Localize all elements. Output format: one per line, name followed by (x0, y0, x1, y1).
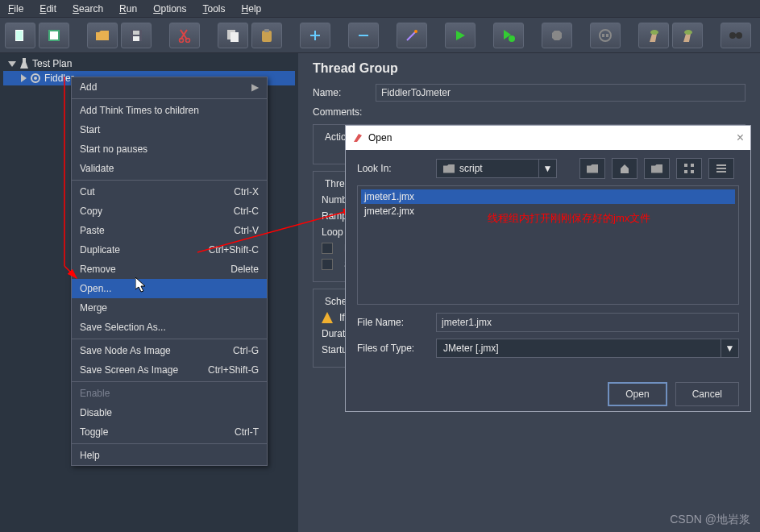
svg-point-22 (684, 30, 692, 35)
stop-button[interactable] (542, 23, 572, 48)
menu-item[interactable]: Help (72, 446, 267, 465)
svg-rect-3 (50, 31, 58, 39)
copy-button[interactable] (218, 23, 248, 48)
svg-rect-34 (716, 171, 726, 172)
menu-item[interactable]: Start no pauses (72, 139, 267, 159)
watermark: CSDN @地岩浆 (670, 513, 750, 527)
filename-label: File Name: (357, 317, 430, 328)
lookin-label: Look In: (357, 163, 430, 174)
svg-point-18 (600, 30, 611, 41)
new-button[interactable] (5, 23, 35, 48)
start-button[interactable] (445, 23, 476, 48)
tree-root[interactable]: Test Plan (3, 56, 295, 71)
file-list[interactable]: jmeter1.jmx jmeter2.jmx (357, 185, 739, 305)
svg-rect-1 (16, 31, 23, 40)
menu-item[interactable]: Save Screen As ImageCtrl+Shift-G (72, 360, 267, 380)
collapse-button[interactable] (348, 23, 379, 48)
folder-icon (443, 164, 455, 173)
menu-item[interactable]: CutCtrl-X (72, 182, 267, 202)
menubar: File Edit Search Run Options Tools Help (0, 0, 760, 18)
filetype-select[interactable]: JMeter [.jmx] ▼ (436, 339, 739, 358)
folder-icon (651, 164, 662, 173)
svg-point-27 (34, 77, 37, 80)
menu-item[interactable]: Open... (72, 279, 267, 298)
lookin-select[interactable]: script ▼ (436, 159, 557, 178)
tree-root-label: Test Plan (32, 58, 72, 69)
dialog-title: Open (368, 132, 392, 143)
menu-item[interactable]: Disable (72, 403, 267, 422)
svg-point-7 (180, 38, 184, 42)
menu-item[interactable]: ToggleCtrl-T (72, 422, 267, 442)
menu-item[interactable]: PasteCtrl-V (72, 221, 267, 240)
menu-item[interactable]: Add Think Times to children (72, 101, 267, 120)
template-button[interactable] (39, 23, 69, 48)
details-view-button[interactable] (708, 158, 734, 179)
menu-options[interactable]: Options (145, 0, 194, 17)
folder-icon (587, 164, 598, 173)
menu-file[interactable]: File (0, 0, 31, 17)
expand-icon (21, 74, 27, 82)
menu-item[interactable]: Enable (72, 384, 267, 403)
start-notimers-button[interactable] (493, 23, 524, 48)
svg-rect-31 (691, 170, 694, 173)
filetype-label: Files of Type: (357, 343, 430, 354)
name-input[interactable] (376, 84, 745, 102)
delay-checkbox[interactable] (322, 243, 333, 254)
menu-item[interactable]: RemoveDelete (72, 260, 267, 279)
paste-button[interactable] (251, 23, 282, 48)
menu-item[interactable]: Add▶ (72, 77, 267, 97)
svg-rect-11 (262, 31, 272, 42)
svg-rect-30 (684, 170, 687, 173)
open-button[interactable]: Open (608, 382, 667, 406)
close-icon[interactable]: × (737, 131, 744, 145)
warning-icon (322, 312, 333, 323)
list-view-button[interactable] (676, 158, 702, 179)
toggle-button[interactable] (397, 23, 427, 48)
save-button[interactable] (121, 23, 152, 48)
menu-help[interactable]: Help (234, 0, 270, 17)
expand-icon (8, 61, 16, 67)
menu-item[interactable]: DuplicateCtrl+Shift-C (72, 240, 267, 260)
menu-search[interactable]: Search (64, 0, 111, 17)
newfolder-button[interactable] (644, 158, 670, 179)
svg-rect-32 (716, 164, 726, 166)
name-label: Name: (313, 87, 369, 98)
menu-item[interactable]: CopyCtrl-C (72, 202, 267, 221)
search-button[interactable] (721, 23, 751, 48)
panel-title: Thread Group (313, 61, 745, 76)
menu-item[interactable]: Validate (72, 159, 267, 178)
feather-icon (352, 132, 363, 143)
menu-item[interactable]: Start (72, 120, 267, 139)
dialog-titlebar: Open × (346, 126, 750, 150)
svg-rect-25 (734, 34, 737, 35)
svg-rect-20 (606, 34, 608, 37)
menu-tools[interactable]: Tools (195, 0, 234, 17)
flask-icon (19, 58, 29, 69)
file-item[interactable]: jmeter1.jmx (361, 189, 735, 204)
clear-button[interactable] (638, 23, 669, 48)
svg-point-8 (186, 38, 190, 42)
cut-button[interactable] (169, 23, 200, 48)
menu-item[interactable]: Merge (72, 298, 267, 318)
menu-run[interactable]: Run (111, 0, 145, 17)
cancel-button[interactable]: Cancel (675, 382, 739, 406)
menu-item[interactable]: Save Node As ImageCtrl-G (72, 341, 267, 360)
svg-point-17 (509, 35, 515, 42)
filename-input[interactable] (436, 313, 739, 332)
sched-checkbox[interactable] (322, 259, 333, 270)
clear-all-button[interactable] (672, 23, 703, 48)
svg-rect-12 (264, 29, 269, 32)
gear-icon (30, 73, 41, 84)
menu-edit[interactable]: Edit (31, 0, 64, 17)
svg-rect-10 (230, 32, 239, 42)
svg-rect-29 (691, 164, 694, 167)
file-item[interactable]: jmeter2.jmx (361, 204, 735, 218)
up-button[interactable] (579, 158, 605, 179)
menu-item[interactable]: Save Selection As... (72, 318, 267, 337)
shutdown-button[interactable] (590, 23, 621, 48)
expand-button[interactable] (300, 23, 330, 48)
open-button[interactable] (87, 23, 118, 48)
open-dialog: Open × Look In: script ▼ jmeter1.jmx jme… (345, 125, 751, 412)
svg-rect-28 (684, 164, 687, 167)
home-button[interactable] (612, 158, 637, 179)
